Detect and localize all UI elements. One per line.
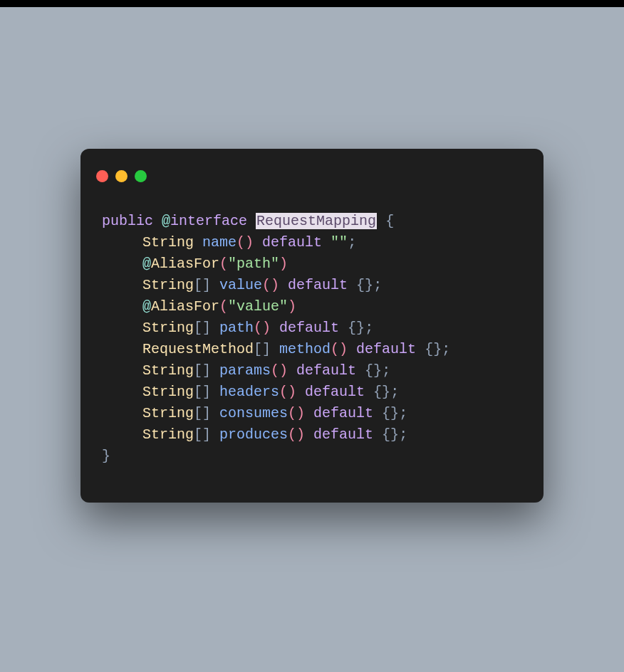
keyword-default: default — [356, 341, 416, 357]
parens: () — [254, 320, 271, 336]
method-consumes: consumes — [219, 405, 288, 421]
brackets: [] — [254, 341, 271, 357]
method-name: name — [202, 234, 236, 251]
method-headers: headers — [219, 384, 279, 400]
semicolon: ; — [442, 341, 450, 357]
minimize-button[interactable] — [115, 170, 128, 182]
type-string: String — [142, 234, 194, 251]
brackets: [] — [194, 277, 211, 293]
type-requestmethod: RequestMethod — [142, 341, 254, 357]
string-empty: "" — [331, 234, 348, 251]
annotation-aliasfor: AliasFor — [151, 298, 219, 315]
parens: () — [288, 405, 305, 421]
keyword-default: default — [313, 426, 373, 443]
brackets: [] — [194, 384, 211, 400]
brackets: [] — [194, 362, 211, 379]
type-string: String — [142, 362, 194, 379]
code-line: String[] headers() default {}; — [102, 382, 522, 403]
semicolon: ; — [399, 426, 407, 443]
code-line: } — [102, 446, 522, 467]
keyword-default: default — [313, 405, 373, 421]
code-content: public @interface RequestMapping {String… — [102, 211, 522, 467]
class-name-highlighted: RequestMapping — [256, 213, 377, 229]
traffic-lights — [96, 170, 522, 182]
type-string: String — [142, 320, 194, 336]
semicolon: ; — [399, 405, 407, 421]
type-string: String — [142, 426, 194, 443]
string-value: "value" — [228, 298, 288, 315]
keyword-default: default — [262, 234, 322, 251]
code-line: String[] produces() default {}; — [102, 424, 522, 446]
at-symbol: @ — [142, 298, 151, 315]
semicolon: ; — [382, 362, 390, 379]
semicolon: ; — [373, 277, 382, 293]
semicolon: ; — [348, 234, 356, 251]
semicolon: ; — [365, 320, 373, 336]
keyword-public: public — [102, 213, 153, 229]
empty-braces: {} — [348, 277, 373, 293]
type-string: String — [142, 277, 194, 293]
parens: () — [236, 234, 254, 251]
close-brace: } — [102, 448, 110, 464]
code-line: String[] params() default {}; — [102, 360, 522, 382]
parens: () — [271, 362, 288, 379]
code-line: @AliasFor("value") — [102, 296, 522, 317]
brackets: [] — [194, 405, 211, 421]
keyword-default: default — [279, 320, 339, 336]
parens: () — [288, 426, 305, 443]
string-path: "path" — [228, 256, 279, 272]
open-brace: { — [377, 213, 394, 229]
at-symbol: @ — [142, 256, 151, 272]
semicolon: ; — [390, 384, 399, 400]
keyword-default: default — [288, 277, 348, 293]
code-line: String[] value() default {}; — [102, 275, 522, 296]
close-button[interactable] — [96, 170, 108, 182]
parens: () — [331, 341, 348, 357]
empty-braces: {} — [356, 362, 382, 379]
keyword-interface: interface — [170, 213, 247, 229]
empty-braces: {} — [373, 426, 399, 443]
code-line: String[] consumes() default {}; — [102, 403, 522, 424]
code-line: @AliasFor("path") — [102, 253, 522, 275]
at-symbol: @ — [162, 213, 170, 229]
code-window: public @interface RequestMapping {String… — [80, 149, 544, 503]
empty-braces: {} — [416, 341, 442, 357]
empty-braces: {} — [339, 320, 365, 336]
parens: () — [279, 384, 296, 400]
code-line: public @interface RequestMapping { — [102, 211, 522, 232]
maximize-button[interactable] — [135, 170, 147, 182]
code-line: String name() default ""; — [102, 232, 522, 253]
parens: () — [262, 277, 279, 293]
empty-braces: {} — [365, 384, 390, 400]
type-string: String — [142, 405, 194, 421]
keyword-default: default — [305, 384, 365, 400]
annotation-aliasfor: AliasFor — [151, 256, 219, 272]
type-string: String — [142, 384, 194, 400]
method-method: method — [279, 341, 331, 357]
code-line: String[] path() default {}; — [102, 317, 522, 339]
top-black-bar — [0, 0, 624, 7]
code-line: RequestMethod[] method() default {}; — [102, 339, 522, 360]
empty-braces: {} — [373, 405, 399, 421]
method-path: path — [219, 320, 254, 336]
keyword-default: default — [296, 362, 356, 379]
method-params: params — [219, 362, 271, 379]
brackets: [] — [194, 426, 211, 443]
method-produces: produces — [219, 426, 288, 443]
brackets: [] — [194, 320, 211, 336]
method-value: value — [219, 277, 262, 293]
